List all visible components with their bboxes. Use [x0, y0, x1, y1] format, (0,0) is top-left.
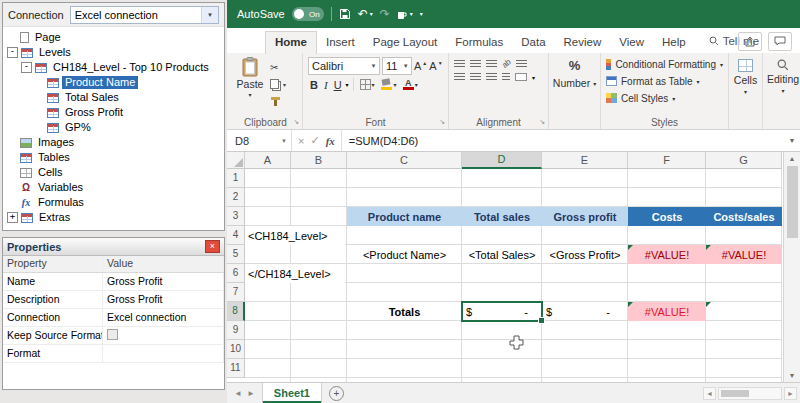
- cell-G3[interactable]: Costs/sales: [706, 207, 782, 226]
- prev-sheet-icon[interactable]: ◄: [234, 389, 242, 398]
- cell-D5[interactable]: <Total Sales>: [462, 245, 542, 264]
- increase-font-button[interactable]: A▲: [414, 60, 427, 72]
- name-box[interactable]: D8▼: [227, 130, 291, 151]
- column-header-E[interactable]: E: [542, 152, 628, 169]
- cell-F5[interactable]: #VALUE!: [628, 245, 706, 264]
- next-sheet-icon[interactable]: ►: [247, 389, 255, 398]
- enter-icon[interactable]: ✓: [310, 134, 319, 147]
- property-row-keep-source-formats[interactable]: Keep Source Formats: [3, 327, 224, 345]
- insert-function-icon[interactable]: fx: [326, 135, 335, 147]
- redo-button[interactable]: ↷: [380, 8, 390, 20]
- sheet-tab-sheet1[interactable]: Sheet1: [262, 383, 322, 403]
- formula-input[interactable]: =SUM(D4:D6): [341, 130, 784, 151]
- row-header-10[interactable]: 10: [227, 340, 245, 359]
- cell-C5[interactable]: <Product Name>: [347, 245, 462, 264]
- tree-item-product-name[interactable]: Product Name: [3, 75, 224, 90]
- cancel-icon[interactable]: ×: [298, 135, 304, 147]
- cell-D3[interactable]: Total sales: [462, 207, 542, 226]
- column-header-G[interactable]: G: [706, 152, 782, 169]
- scroll-left-icon[interactable]: ◄: [703, 387, 716, 400]
- expand-icon[interactable]: +: [7, 212, 18, 223]
- tab-view[interactable]: View: [610, 32, 653, 53]
- align-top-icon[interactable]: [454, 60, 465, 68]
- share-button[interactable]: [738, 32, 762, 51]
- tree-item-tables[interactable]: Tables: [3, 150, 224, 165]
- merge-center-icon[interactable]: [515, 73, 527, 81]
- align-left-icon[interactable]: [454, 73, 465, 81]
- customize-quick-access-button[interactable]: ▾: [420, 11, 423, 17]
- italic-button[interactable]: I: [322, 79, 330, 91]
- connection-select[interactable]: Excel connection ▼: [70, 6, 219, 24]
- vertical-scrollbar[interactable]: ▲ ▼: [783, 152, 800, 382]
- tree-item-formulas[interactable]: fxFormulas: [3, 195, 224, 210]
- dialog-launcher-icon[interactable]: ↘: [539, 118, 545, 126]
- select-all-corner[interactable]: [227, 152, 245, 169]
- cell-F3[interactable]: Costs: [628, 207, 706, 226]
- column-header-F[interactable]: F: [628, 152, 706, 169]
- property-row-description[interactable]: Description Gross Profit: [3, 291, 224, 309]
- row-header-2[interactable]: 2: [227, 188, 245, 207]
- fill-color-button[interactable]: ▾: [379, 79, 399, 90]
- cut-button[interactable]: ✂: [270, 60, 286, 74]
- tab-page-layout[interactable]: Page Layout: [364, 32, 447, 53]
- tree-item-gp-percent[interactable]: GP%: [3, 120, 224, 135]
- chevron-down-icon[interactable]: ▼: [201, 7, 218, 23]
- autosave-toggle[interactable]: On: [292, 7, 324, 21]
- add-sheet-icon[interactable]: +: [329, 386, 344, 401]
- save-button[interactable]: [339, 8, 351, 20]
- cell-E8[interactable]: $-: [542, 302, 628, 321]
- number-format-dropdown[interactable]: Number▾: [553, 77, 596, 89]
- cell-A6[interactable]: </CH184_Level>: [245, 264, 345, 283]
- column-header-A[interactable]: A: [245, 152, 291, 169]
- tree-item-extras[interactable]: +Extras: [3, 210, 224, 225]
- orientation-icon[interactable]: ab: [500, 57, 513, 70]
- cell-C8[interactable]: Totals: [347, 302, 462, 321]
- scroll-right-icon[interactable]: ►: [784, 387, 797, 400]
- scrollbar-thumb[interactable]: [787, 166, 798, 238]
- row-header-5[interactable]: 5: [227, 245, 245, 264]
- indent-icon[interactable]: [502, 73, 510, 81]
- font-name-combo[interactable]: Calibri▼: [308, 57, 380, 75]
- format-painter-button[interactable]: [270, 94, 286, 108]
- font-size-combo[interactable]: 11▼: [382, 57, 412, 75]
- tree-item-levels[interactable]: -Levels: [3, 45, 224, 60]
- cell-C3[interactable]: Product name: [347, 207, 462, 226]
- tree-item-ch184-level[interactable]: -CH184_Level - Top 10 Products: [3, 60, 224, 75]
- tab-help[interactable]: Help: [653, 32, 695, 53]
- underline-button[interactable]: U: [332, 79, 344, 91]
- align-center-icon[interactable]: [470, 73, 481, 81]
- row-header-4[interactable]: 4: [227, 226, 245, 245]
- row-header-3[interactable]: 3: [227, 207, 245, 226]
- cell-E3[interactable]: Gross profit: [542, 207, 628, 226]
- wrap-text-icon[interactable]: [516, 60, 527, 68]
- dialog-launcher-icon[interactable]: ↘: [293, 118, 299, 126]
- row-header-6[interactable]: 6: [227, 264, 245, 283]
- quick-access-button[interactable]: ▾: [397, 9, 413, 20]
- property-row-format[interactable]: Format: [3, 345, 224, 363]
- active-cell-selection[interactable]: [461, 301, 543, 322]
- property-row-name[interactable]: Name Gross Profit: [3, 273, 224, 291]
- paste-button[interactable]: Paste ▾: [234, 57, 266, 114]
- column-header-B[interactable]: B: [291, 152, 347, 169]
- align-right-icon[interactable]: [486, 73, 497, 81]
- undo-button[interactable]: ↶▾: [358, 8, 373, 20]
- horizontal-scrollbar[interactable]: ◄ ►: [703, 383, 800, 403]
- tab-home[interactable]: Home: [265, 31, 317, 54]
- row-header-1[interactable]: 1: [227, 169, 245, 188]
- font-color-button[interactable]: A▾: [401, 79, 420, 90]
- tab-review[interactable]: Review: [555, 32, 611, 53]
- tree-item-total-sales[interactable]: Total Sales: [3, 90, 224, 105]
- tab-formulas[interactable]: Formulas: [446, 32, 512, 53]
- editing-group-button[interactable]: Editing ▾: [763, 53, 800, 129]
- comments-button[interactable]: [768, 32, 792, 51]
- tree-item-page[interactable]: Page: [3, 30, 224, 45]
- collapse-icon[interactable]: -: [7, 47, 18, 58]
- sheet-grid[interactable]: 1 2 3 4 5 6 7 8 9 10 11 Product name Tot…: [227, 169, 782, 382]
- cell-A4[interactable]: <CH184_Level>: [245, 226, 345, 245]
- scroll-up-icon[interactable]: ▲: [784, 152, 800, 165]
- tab-insert[interactable]: Insert: [317, 32, 364, 53]
- scrollbar-thumb[interactable]: [721, 390, 749, 397]
- row-header-8[interactable]: 8: [227, 302, 245, 321]
- tab-data[interactable]: Data: [512, 32, 554, 53]
- property-row-connection[interactable]: Connection Excel connection: [3, 309, 224, 327]
